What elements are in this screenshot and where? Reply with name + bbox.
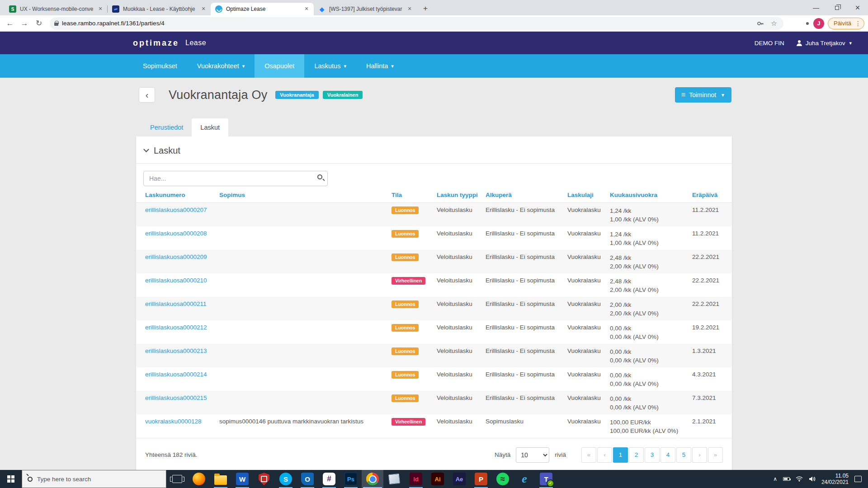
column-header[interactable]: Alkuperä [486, 192, 567, 198]
tab-close-icon[interactable]: × [200, 5, 207, 13]
password-key-icon[interactable] [755, 20, 765, 27]
battery-icon[interactable] [783, 477, 790, 481]
browser-menu-dots-icon[interactable]: ⋮ [854, 20, 862, 27]
task-view-icon[interactable] [166, 470, 188, 488]
taskbar-clock[interactable]: 11.05 24/02/2021 [821, 473, 849, 485]
column-header[interactable]: Laskun tyyppi [437, 192, 486, 198]
nav-item[interactable]: Vuokrakohteet ▾ [187, 54, 255, 78]
status-badge: Luonnos [392, 371, 419, 379]
after-effects-icon[interactable]: Ae [448, 470, 470, 488]
browser-toolbar: ← → ↻ lease.rambo.rapalnet.fi/1361/parti… [0, 15, 868, 32]
back-nav-icon[interactable]: ← [4, 17, 16, 30]
invoice-link[interactable]: erillislaskuosa0000209 [145, 253, 207, 260]
chevron-down-icon: ▾ [849, 40, 852, 46]
invoice-link[interactable]: erillislaskuosa0000210 [145, 277, 207, 284]
page-size-select[interactable]: 10 [516, 447, 549, 463]
page-tab[interactable]: Laskut [192, 118, 228, 136]
pagination-button[interactable]: › [692, 447, 707, 463]
pagination-button[interactable]: 4 [660, 447, 675, 463]
column-header[interactable]: Eräpäivä [692, 192, 723, 198]
document-viewer-icon[interactable] [383, 470, 405, 488]
nav-item[interactable]: Hallinta ▾ [356, 54, 404, 78]
firefox-icon[interactable] [188, 470, 210, 488]
nav-item[interactable]: Laskutus ▾ [304, 54, 356, 78]
teams-icon[interactable]: T [535, 470, 557, 488]
illustrator-icon[interactable]: Ai [427, 470, 448, 488]
tab-close-icon[interactable]: × [97, 5, 104, 13]
file-explorer-icon[interactable] [210, 470, 231, 488]
internet-explorer-icon[interactable]: e [514, 470, 535, 488]
invoice-link[interactable]: erillislaskuosa0000211 [145, 300, 207, 307]
chevron-down-icon: ▼ [721, 93, 725, 98]
status-badge: Luonnos [392, 300, 419, 308]
antivirus-shield-icon[interactable] [253, 470, 275, 488]
total-rows-label: Yhteensä 182 riviä. [145, 451, 198, 458]
chrome-update-button[interactable]: Päivitä ⋮ [828, 18, 864, 29]
photoshop-icon[interactable]: Ps [340, 470, 362, 488]
restore-button[interactable] [826, 0, 847, 15]
actions-button[interactable]: ≡ Toiminnot ▼ [675, 87, 731, 103]
bookmark-star-icon[interactable]: ☆ [769, 19, 779, 28]
profile-avatar[interactable]: J [813, 18, 824, 29]
pagination-button[interactable]: 1 [613, 447, 628, 463]
invoice-link[interactable]: erillislaskuosa0000214 [145, 371, 207, 378]
browser-tab[interactable]: S UX - Worksense-mobile-converte × [5, 3, 108, 15]
tab-close-icon[interactable]: × [303, 5, 310, 13]
product-name: Lease [185, 39, 206, 47]
slack-icon[interactable]: # [318, 470, 340, 488]
pagination-button[interactable]: ‹ [597, 447, 612, 463]
collapse-chevron-icon[interactable] [143, 146, 149, 152]
app-header: optimaze Lease DEMO FIN Juha Tretjakov ▾ [0, 32, 868, 54]
address-bar[interactable]: lease.rambo.rapalnet.fi/1361/parties/4 ☆ [50, 17, 783, 30]
column-header[interactable]: Kuukausivuokra [610, 192, 692, 198]
minimize-button[interactable]: — [806, 0, 826, 15]
pagination-button[interactable]: 3 [645, 447, 660, 463]
user-menu[interactable]: Juha Tretjakov ▾ [796, 40, 852, 47]
browser-tab[interactable]: Optimaze Lease × [211, 3, 314, 15]
back-button[interactable]: ‹ [139, 87, 155, 103]
invoice-link[interactable]: erillislaskuosa0000215 [145, 394, 207, 401]
chrome-icon[interactable] [362, 470, 383, 488]
new-tab-button[interactable]: + [420, 3, 431, 14]
pagination-button[interactable]: « [581, 447, 596, 463]
pagination-button[interactable]: » [708, 447, 723, 463]
lock-icon [54, 23, 58, 26]
start-button[interactable] [0, 470, 22, 488]
close-button[interactable]: × [847, 0, 868, 15]
column-header[interactable]: Tila [392, 192, 437, 198]
browser-tab[interactable]: Muokkaa - Lease - Käyttöohje - C × [108, 3, 211, 15]
invoice-link[interactable]: erillislaskuosa0000213 [145, 347, 207, 354]
forward-nav-icon[interactable]: → [18, 17, 31, 30]
taskbar-search[interactable]: Type here to search [22, 470, 166, 488]
nav-item[interactable]: Osapuolet ▾ [255, 54, 304, 78]
reload-icon[interactable]: ↻ [33, 17, 45, 30]
pagination-button[interactable]: 2 [629, 447, 644, 463]
notifications-icon[interactable] [854, 476, 862, 482]
due-date-cell: 22.2.2021 [692, 277, 723, 284]
nav-item[interactable]: Sopimukset ▾ [133, 54, 187, 78]
invoice-link[interactable]: erillislaskuosa0000208 [145, 230, 207, 237]
status-badge: Luonnos [392, 230, 419, 238]
outlook-icon[interactable]: O [297, 470, 318, 488]
indesign-icon[interactable]: Id [405, 470, 427, 488]
invoice-link[interactable]: vuokralasku0000128 [145, 418, 202, 425]
volume-icon[interactable] [809, 476, 816, 482]
invoice-type-cell: Veloituslasku [437, 253, 486, 260]
tab-close-icon[interactable]: × [406, 5, 413, 13]
page-tab[interactable]: Perustiedot [142, 118, 192, 136]
column-header[interactable]: Laskunumero [145, 192, 219, 198]
word-icon[interactable]: W [231, 470, 253, 488]
pagination-button[interactable]: 5 [676, 447, 691, 463]
column-header[interactable]: Laskulaji [567, 192, 610, 198]
spotify-icon[interactable]: ≈ [492, 470, 514, 488]
invoice-link[interactable]: erillislaskuosa0000207 [145, 206, 207, 213]
search-input[interactable] [143, 171, 328, 186]
column-header[interactable]: Sopimus [219, 192, 392, 198]
browser-tab[interactable]: ◆ [WS-1397] Julkiset työpistevarau × [314, 3, 417, 15]
wifi-icon[interactable] [796, 476, 803, 482]
skype-icon[interactable]: S [275, 470, 297, 488]
invoice-link[interactable]: erillislaskuosa0000212 [145, 324, 207, 331]
show-label: Näytä [495, 451, 510, 458]
tray-expand-icon[interactable]: ∧ [773, 476, 777, 482]
powerpoint-icon[interactable]: P [470, 470, 492, 488]
